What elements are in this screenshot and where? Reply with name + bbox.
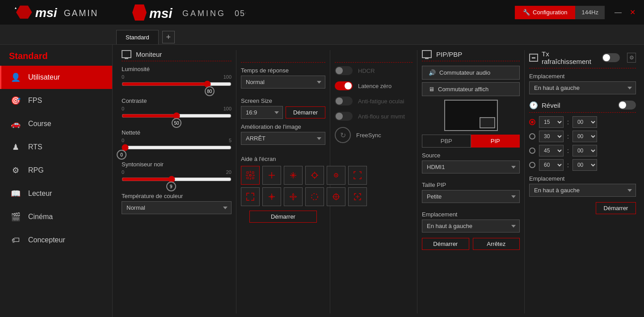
net-min: 0 (122, 138, 124, 143)
aide-cell-4[interactable] (305, 166, 324, 185)
refresh-toggle[interactable] (602, 53, 620, 62)
tab-standard[interactable]: Standard (116, 30, 159, 44)
screen-size-label: Screen Size (241, 97, 325, 104)
sidebar-item-lecteur[interactable]: 📖 Lecteur (0, 182, 112, 205)
contraste-slider[interactable] (122, 112, 232, 119)
pip-tab[interactable]: PIP (471, 135, 520, 148)
svg-point-23 (312, 173, 317, 178)
concepteur-icon: 🏷 (10, 235, 21, 245)
sidebar-item-cinema[interactable]: 🎬 Cinéma (0, 205, 112, 228)
sidebar-item-course[interactable]: 🚗 Course (0, 112, 112, 135)
syntoniseur-label: Syntoniseur noir (122, 161, 232, 168)
alarm-min-1[interactable]: 00153045 (572, 116, 597, 128)
msi-logo: ▲ msi GAMING (7, 4, 97, 21)
monitor-icon (122, 50, 131, 58)
aide-grid (241, 166, 325, 206)
refresh-icon (529, 54, 538, 62)
freesync-icon[interactable]: ↻ (335, 127, 351, 143)
reveil-header: 🕐 Réveil (529, 101, 636, 113)
luminosite-label: Luminosité (122, 66, 232, 72)
hdcr-toggle[interactable] (335, 66, 353, 75)
luminosite-slider[interactable] (122, 80, 232, 88)
cinema-label: Cinéma (28, 213, 53, 221)
latence-row: Latence zéro (335, 81, 412, 90)
latence-toggle[interactable] (335, 81, 353, 90)
alarm-radio-1[interactable] (529, 119, 535, 125)
syntoniseur-slider[interactable] (122, 176, 232, 183)
comm-affich-icon: 🖥 (429, 86, 434, 93)
sidebar-item-rts[interactable]: ♟ RTS (0, 135, 112, 159)
reveil-title: Réveil (542, 101, 560, 109)
aide-cell-7[interactable] (241, 187, 260, 206)
configuration-button[interactable]: 🔧 Configuration (515, 6, 575, 19)
pbp-tab[interactable]: PBP (422, 135, 471, 148)
anti-flou-toggle[interactable] (335, 112, 353, 121)
alarm-hour-3[interactable]: 45153060 (539, 145, 564, 156)
temps-reponse-select[interactable]: Normal Rapide Plus rapide (241, 76, 325, 89)
alarm-row-4: 60153045 : 00153045 (529, 159, 636, 171)
cinema-icon: 🎬 (10, 211, 21, 222)
sidebar-item-utilisateur[interactable]: 👤 Utilisateur (0, 66, 112, 89)
aide-demarrer-button[interactable]: Démarrer (249, 211, 317, 223)
refresh-emplacement-select[interactable]: En haut à gauche En haut à droite En bas… (529, 81, 636, 94)
screen-size-demarrer[interactable]: Démarrer (286, 106, 325, 118)
reveil-toggle[interactable] (618, 101, 636, 110)
config-icon: 🔧 (523, 9, 530, 16)
commutateur-affich-button[interactable]: 🖥 Commutateur affich (422, 82, 520, 96)
close-button[interactable]: ✕ (628, 8, 637, 17)
pip-arretez-button[interactable]: Arrêtez (473, 238, 520, 250)
aide-cell-8[interactable] (262, 187, 281, 206)
alarm-row-1: 15304560 : 00153045 (529, 116, 636, 128)
config-label: Configuration (533, 9, 567, 16)
sidebar-item-concepteur[interactable]: 🏷 Concepteur (0, 228, 112, 252)
commutateur-audio-button[interactable]: 🔊 Commutateur audio (422, 66, 520, 80)
comm-affich-label: Commutateur affich (438, 86, 488, 93)
pip-source-select[interactable]: HDMI1 HDMI2 DP (422, 161, 520, 173)
refresh-settings-icon[interactable]: ⚙ (627, 53, 636, 63)
clock-icon: 🕐 (529, 101, 538, 110)
msi-logo-full: msi GAMING 050 (130, 3, 246, 22)
syn-min: 0 (122, 169, 124, 175)
hdcr-label: HDCR (358, 68, 375, 74)
rpg-label: RPG (28, 166, 44, 174)
pip-demarrer-button[interactable]: Démarrer (422, 238, 469, 250)
refresh-emplacement-label: Emplacement (529, 73, 636, 80)
amelioration-select[interactable]: ARRÊT NIVEAU 1 NIVEAU 2 NIVEAU 3 (241, 132, 325, 145)
sidebar: Standard 👤 Utilisateur 🎯 FPS 🚗 Course ♟ … (0, 45, 113, 317)
refresh-section: Tx rafraîchissement ⚙ Emplacement En hau… (525, 50, 640, 313)
main-layout: Standard 👤 Utilisateur 🎯 FPS 🚗 Course ♟ … (0, 45, 644, 317)
alarm-hour-2[interactable]: 30154560 (539, 131, 564, 142)
lecteur-label: Lecteur (28, 190, 52, 198)
alarm-hour-1[interactable]: 15304560 (539, 116, 564, 128)
pip-emplacement-select[interactable]: En haut à gauche En haut à droite En bas… (422, 220, 520, 232)
aide-cell-1[interactable] (241, 166, 260, 185)
alarm-min-3[interactable]: 00153045 (572, 145, 597, 156)
minimize-button[interactable]: — (614, 8, 623, 17)
taille-select[interactable]: Petite Moyenne Grande (422, 190, 520, 203)
svg-point-34 (292, 196, 294, 198)
alarm-radio-4[interactable] (529, 162, 535, 168)
tab-add-button[interactable]: + (162, 31, 175, 43)
svg-rect-16 (252, 177, 254, 179)
temperature-select[interactable]: Normal Chaud Froid Personnalisé (122, 201, 232, 214)
sidebar-item-rpg[interactable]: ⚙ RPG (0, 159, 112, 182)
nettete-slider[interactable] (122, 144, 232, 151)
screen-size-select[interactable]: 16:9 4:3 1:1 (241, 106, 283, 119)
aide-cell-2[interactable] (262, 166, 281, 185)
sidebar-item-fps[interactable]: 🎯 FPS (0, 89, 112, 112)
refresh-demarrer-button[interactable]: Démarrer (596, 202, 636, 214)
anti-fatigue-toggle[interactable] (335, 97, 353, 106)
alarm-radio-2[interactable] (529, 133, 535, 139)
alarm-min-4[interactable]: 00153045 (572, 159, 597, 171)
toggles-section: HDCR Latence zéro Anti-fatigue oculai (330, 50, 417, 313)
alarm-min-2[interactable]: 00153045 (572, 131, 597, 142)
aide-cell-9[interactable] (284, 187, 303, 206)
refresh-emplacement2-select[interactable]: En haut à gauche En haut à droite En bas… (529, 184, 636, 197)
aide-cell-3[interactable] (284, 166, 303, 185)
alarm-radio-3[interactable] (529, 148, 535, 154)
freesync-row: ↻ FreeSync (335, 127, 412, 143)
aide-cell-10[interactable] (305, 187, 324, 206)
fps-label: FPS (28, 97, 42, 105)
alarm-hour-4[interactable]: 60153045 (539, 159, 564, 171)
lum-min: 0 (122, 74, 124, 80)
